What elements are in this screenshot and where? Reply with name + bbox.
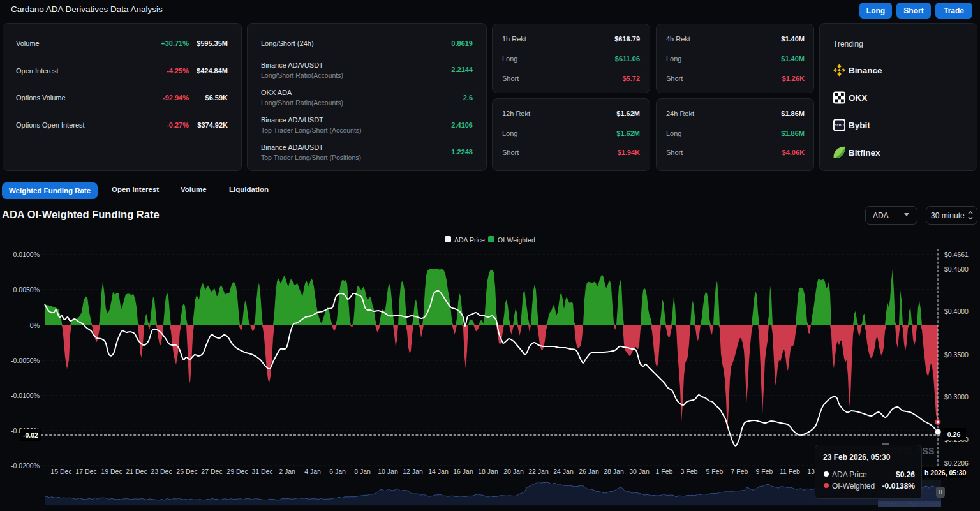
svg-text:Binance: Binance	[849, 66, 882, 75]
svg-text:31 Dec: 31 Dec	[251, 468, 272, 475]
svg-text:9 Feb: 9 Feb	[756, 468, 773, 475]
svg-text:25 Dec: 25 Dec	[176, 468, 197, 475]
svg-text:$0.2206: $0.2206	[944, 459, 969, 467]
svg-text:$0.4500: $0.4500	[944, 265, 969, 273]
svg-text:0.0050%: 0.0050%	[13, 286, 40, 293]
svg-text:4 Jan: 4 Jan	[304, 468, 321, 475]
svg-text:12 Jan: 12 Jan	[403, 468, 423, 475]
svg-text:26 Jan: 26 Jan	[579, 468, 599, 475]
svg-text:b 2026, 05:30: b 2026, 05:30	[924, 469, 967, 477]
svg-text:Bybit: Bybit	[849, 121, 870, 130]
svg-text:-0.0200%: -0.0200%	[11, 462, 40, 470]
svg-text:-0.02: -0.02	[23, 431, 38, 439]
svg-text:24 Jan: 24 Jan	[553, 468, 574, 475]
svg-text:6 Jan: 6 Jan	[329, 468, 346, 475]
svg-text:11 Feb: 11 Feb	[780, 468, 800, 475]
svg-text:$0.4000: $0.4000	[944, 307, 969, 315]
svg-text:-0.0100%: -0.0100%	[11, 392, 40, 399]
svg-text:8 Jan: 8 Jan	[354, 468, 371, 475]
svg-text:29 Dec: 29 Dec	[226, 468, 248, 475]
svg-text:0.0100%: 0.0100%	[13, 251, 40, 258]
svg-text:19 Dec: 19 Dec	[101, 468, 122, 475]
svg-text:0%: 0%	[30, 322, 40, 329]
svg-text:23 Dec: 23 Dec	[151, 468, 172, 475]
svg-text:16 Jan: 16 Jan	[453, 468, 473, 475]
svg-text:27 Dec: 27 Dec	[201, 468, 222, 475]
svg-text:0.26: 0.26	[947, 431, 961, 438]
svg-text:$0.3500: $0.3500	[944, 351, 969, 359]
svg-text:14 Jan: 14 Jan	[428, 468, 449, 475]
svg-text:$0.4661: $0.4661	[944, 251, 969, 258]
svg-text:18 Jan: 18 Jan	[478, 468, 498, 475]
svg-text:5 Feb: 5 Feb	[706, 468, 724, 475]
svg-text:3 Feb: 3 Feb	[681, 468, 698, 475]
svg-text:28 Jan: 28 Jan	[604, 468, 624, 475]
svg-text:BYB!T: BYB!T	[835, 123, 845, 127]
svg-text:17 Dec: 17 Dec	[75, 468, 96, 475]
svg-text:13: 13	[807, 468, 815, 475]
svg-text:22 Jan: 22 Jan	[528, 468, 549, 475]
svg-text:OKX: OKX	[849, 93, 867, 103]
svg-text:15 Dec: 15 Dec	[50, 468, 71, 475]
svg-text:-0.0050%: -0.0050%	[11, 357, 40, 364]
svg-text:1 Feb: 1 Feb	[656, 468, 673, 475]
svg-text:30 Jan: 30 Jan	[629, 468, 650, 475]
svg-text:7 Feb: 7 Feb	[731, 468, 748, 475]
svg-text:2 Jan: 2 Jan	[279, 468, 295, 475]
svg-text:21 Dec: 21 Dec	[126, 468, 147, 475]
svg-text:20 Jan: 20 Jan	[503, 468, 524, 475]
svg-text:10 Jan: 10 Jan	[378, 468, 398, 475]
svg-text:$0.3000: $0.3000	[944, 393, 969, 401]
svg-text:Bitfinex: Bitfinex	[849, 148, 880, 158]
